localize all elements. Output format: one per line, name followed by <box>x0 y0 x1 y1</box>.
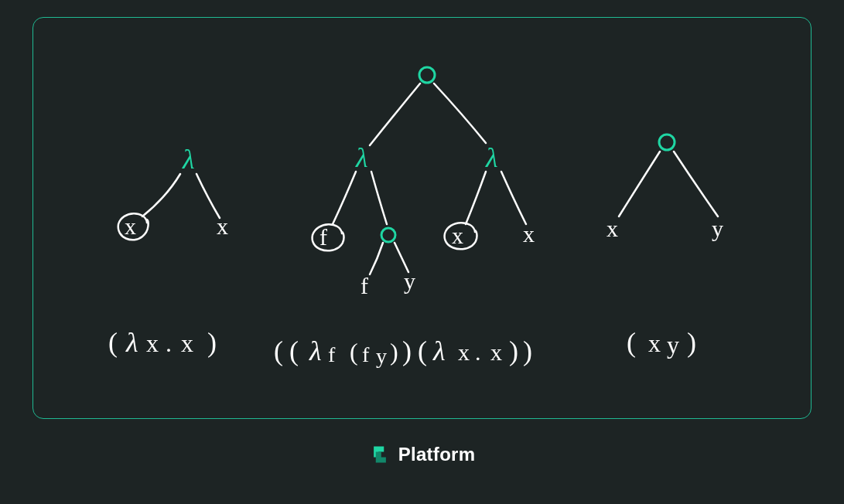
tree-edge <box>142 174 180 216</box>
c2-y: y <box>376 344 387 368</box>
caption-middle: ( ( λ f ( f y ) ) ( λ x . x ) ) <box>274 335 532 368</box>
c2-rp4: ) <box>523 335 532 366</box>
binder-x-node: x <box>118 213 149 240</box>
c2-rp1: ) <box>390 338 398 366</box>
application-node-inner <box>381 228 395 242</box>
platform-logo-icon <box>369 444 391 465</box>
c2-lp4: ( <box>418 335 427 366</box>
binder-label: x <box>452 223 463 248</box>
c2-lp2: ( <box>289 335 299 366</box>
var-y: y <box>404 268 415 294</box>
binder-circle <box>313 224 344 250</box>
c2-lambda2: λ <box>432 335 446 366</box>
c2-rp2: ) <box>402 335 412 366</box>
var-f: f <box>360 273 368 298</box>
c2-f: f <box>328 342 336 366</box>
tree-edge <box>501 172 526 224</box>
c3-y: y <box>667 331 679 359</box>
c3-lp: ( <box>627 327 636 358</box>
var-x: x <box>217 213 228 239</box>
c2-x2: x <box>490 339 502 365</box>
binder-x-node-2: x <box>445 223 477 249</box>
tree-simple-application: x y <box>607 135 723 241</box>
caption-token-x2: x <box>181 329 193 357</box>
tree-application-abstractions: λ f f y λ x x <box>313 67 535 298</box>
caption-token-lparen: ( <box>108 327 118 358</box>
tree-edge <box>370 83 420 145</box>
diagram-svg: λ x x ( λ x . x ) λ f <box>0 0 844 433</box>
c2-f2: f <box>362 342 370 366</box>
application-node-root <box>419 67 435 83</box>
brand-name: Platform <box>398 444 476 465</box>
c2-x1: x <box>458 339 470 365</box>
lambda-node-left: λ <box>355 142 368 173</box>
caption-simple: ( x y ) <box>627 327 696 359</box>
caption-token-rparen: ) <box>207 327 217 358</box>
caption-token-lambda: λ <box>125 327 138 358</box>
tree-edge <box>434 83 486 143</box>
c2-lp3: ( <box>350 338 358 366</box>
tree-identity: λ x x <box>118 144 228 240</box>
c2-dot: . <box>475 339 481 365</box>
caption-token-dot: . <box>166 329 172 357</box>
binder-f-node: f <box>313 224 344 250</box>
var-x: x <box>523 221 535 247</box>
c2-lp1: ( <box>274 335 283 366</box>
lambda-node: λ <box>182 144 195 175</box>
binder-label: x <box>125 213 136 239</box>
application-node <box>659 135 675 150</box>
tree-edge <box>371 172 387 224</box>
lambda-node-right: λ <box>485 142 498 173</box>
tree-edge <box>333 172 356 224</box>
footer: Platform <box>0 444 844 470</box>
tree-edge <box>370 243 383 274</box>
var-x: x <box>607 216 618 241</box>
tree-edge <box>196 174 220 218</box>
tree-edge <box>674 152 718 216</box>
c3-rp: ) <box>687 327 696 358</box>
binder-label: f <box>319 224 327 250</box>
tree-edge <box>466 172 486 224</box>
c3-x: x <box>648 329 661 357</box>
c2-lambda1: λ <box>309 335 322 366</box>
c2-rp3: ) <box>509 335 518 366</box>
caption-token-x: x <box>146 329 159 357</box>
tree-edge <box>619 152 660 216</box>
var-y: y <box>712 216 723 241</box>
caption-identity: ( λ x . x ) <box>108 327 217 358</box>
